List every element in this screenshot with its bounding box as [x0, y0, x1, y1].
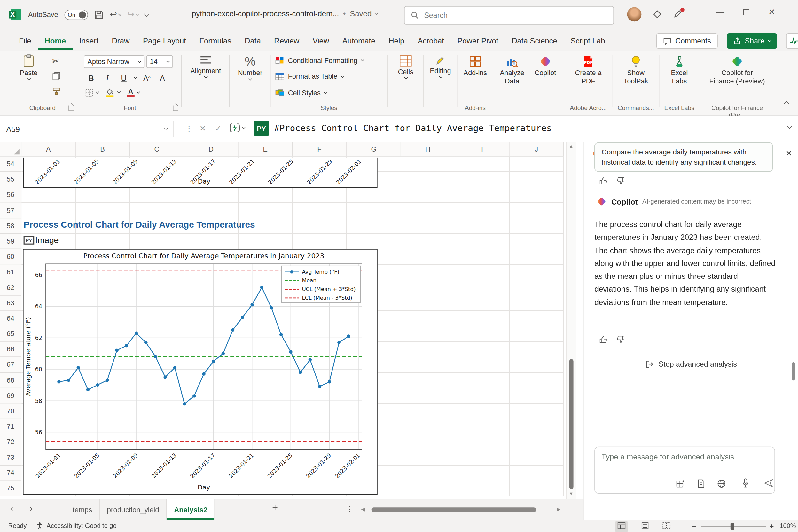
ribbon-tab[interactable]: Acrobat	[411, 32, 451, 50]
row-header[interactable]: 56	[0, 187, 21, 203]
format-as-table-button[interactable]: Format as Table	[275, 73, 344, 80]
saved-status[interactable]: Saved	[350, 9, 372, 18]
ribbon-tab[interactable]: Data Science	[505, 32, 564, 50]
row-header[interactable]: 70	[0, 403, 21, 419]
ribbon-tab[interactable]: File	[12, 32, 38, 50]
ribbon-tab[interactable]: Data	[238, 32, 267, 50]
attach-data-icon[interactable]	[676, 479, 685, 490]
collapse-ribbon-icon[interactable]	[784, 101, 789, 106]
expand-formula-bar-icon[interactable]	[787, 124, 792, 129]
prompt-guide-icon[interactable]	[696, 479, 706, 490]
comments-button[interactable]: Comments	[657, 33, 718, 49]
add-sheet-button[interactable]: +	[272, 502, 278, 513]
zoom-level[interactable]: 100%	[779, 522, 796, 529]
row-header[interactable]: 67	[0, 358, 21, 373]
copilot-ribbon-button[interactable]: Copilot	[531, 55, 559, 77]
horizontal-scroll-thumb[interactable]	[372, 507, 536, 512]
column-header[interactable]: B	[76, 142, 130, 156]
copilot-scroll-thumb[interactable]	[792, 362, 795, 381]
saved-chevron-icon[interactable]	[375, 11, 379, 14]
copy-icon[interactable]	[52, 72, 61, 80]
scroll-down-icon[interactable]: ▼	[569, 491, 573, 496]
ribbon-tab[interactable]: Insert	[73, 32, 105, 50]
row-header[interactable]: 57	[0, 203, 21, 218]
sheet-cells[interactable]: 2023-01-012023-01-052023-01-092023-01-13…	[21, 157, 564, 496]
ribbon-tab[interactable]: View	[306, 32, 336, 50]
number-button[interactable]: % Number	[233, 55, 267, 80]
paste-button[interactable]: Paste	[15, 54, 42, 80]
row-header[interactable]: 59	[0, 234, 21, 249]
font-color-icon[interactable]: A	[127, 89, 135, 97]
hscroll-left-icon[interactable]: ◀	[361, 507, 365, 512]
row-header[interactable]: 74	[0, 466, 21, 481]
create-pdf-button[interactable]: PDF Create a PDF	[570, 55, 607, 86]
editing-button[interactable]: Editing	[426, 55, 455, 78]
zoom-out-button[interactable]: −	[691, 522, 696, 530]
cell-a59-image-label[interactable]: PY Image	[24, 235, 59, 245]
font-name-combo[interactable]: Aptos Narrow	[84, 55, 144, 68]
fill-color-icon[interactable]	[106, 88, 115, 97]
column-header[interactable]: G	[347, 142, 401, 156]
page-layout-view-button[interactable]	[641, 522, 649, 531]
row-header[interactable]: 71	[0, 419, 21, 435]
ribbon-tab[interactable]: Help	[382, 32, 411, 50]
analyze-data-button[interactable]: Analyze Data	[496, 55, 528, 86]
diamond-badge-icon[interactable]	[653, 10, 662, 19]
autosave-toggle[interactable]: On	[64, 10, 88, 20]
grow-font-button[interactable]: A^	[141, 72, 153, 84]
ribbon-tab[interactable]: Draw	[105, 32, 136, 50]
sheet-tab[interactable]: temps	[65, 499, 100, 520]
hscroll-right-icon[interactable]: ▶	[557, 507, 560, 512]
font-dialog-launcher[interactable]	[173, 106, 178, 111]
row-header[interactable]: 60	[0, 249, 21, 264]
quick-access-chevron-icon[interactable]	[144, 11, 149, 16]
message-thumbs-down-button[interactable]	[615, 334, 626, 345]
format-painter-icon[interactable]	[52, 87, 61, 96]
insert-function-button[interactable]	[229, 123, 245, 133]
stop-advanced-analysis-button[interactable]: Stop advanced analysis	[584, 360, 798, 368]
avatar[interactable]	[627, 7, 642, 21]
normal-view-button[interactable]	[615, 521, 628, 532]
fill-color-chevron-icon[interactable]	[117, 90, 120, 94]
microphone-icon[interactable]	[741, 478, 750, 490]
ribbon-tab[interactable]: Page Layout	[136, 32, 192, 50]
italic-button[interactable]: I	[101, 72, 114, 84]
enter-entry-icon[interactable]: ✓	[215, 124, 221, 133]
formula-bar-drag-icon[interactable]: ⋮	[185, 124, 193, 133]
conditional-formatting-button[interactable]: Conditional Formatting	[275, 56, 364, 64]
redo-button[interactable]: ↪	[127, 9, 139, 20]
column-header[interactable]: C	[130, 142, 184, 156]
name-box[interactable]: A59	[0, 121, 174, 137]
cut-icon[interactable]: ✂	[52, 56, 59, 66]
column-header[interactable]: A	[21, 142, 76, 156]
save-icon[interactable]	[94, 10, 103, 19]
row-header[interactable]: 61	[0, 265, 21, 280]
column-header[interactable]: F	[292, 142, 347, 156]
excel-app-icon[interactable]: X	[8, 8, 22, 21]
column-header[interactable]: D	[184, 142, 239, 156]
borders-icon[interactable]	[85, 88, 94, 97]
share-button[interactable]: Share	[727, 33, 777, 49]
row-header[interactable]: 62	[0, 280, 21, 296]
column-header[interactable]: E	[239, 142, 293, 156]
row-header[interactable]: 69	[0, 388, 21, 403]
ribbon-tab[interactable]: Automate	[336, 32, 382, 50]
ribbon-tab[interactable]: Review	[268, 32, 306, 50]
font-color-chevron-icon[interactable]	[136, 90, 140, 94]
scroll-up-icon[interactable]: ▲	[569, 144, 573, 149]
borders-chevron-icon[interactable]	[96, 90, 99, 94]
row-header[interactable]: 72	[0, 435, 21, 450]
alignment-button[interactable]: Alignment	[187, 55, 224, 78]
clipboard-dialog-launcher[interactable]	[69, 106, 74, 111]
ribbon-tab[interactable]: Home	[38, 32, 73, 50]
ink-pen-icon[interactable]	[673, 9, 683, 20]
row-header[interactable]: 55	[0, 172, 21, 187]
send-icon[interactable]	[764, 478, 774, 490]
embedded-chart-image[interactable]: 5658606264662023-01-012023-01-052023-01-…	[23, 249, 378, 495]
show-toolpak-button[interactable]: Show ToolPak	[618, 55, 654, 86]
row-header[interactable]: 58	[0, 218, 21, 234]
sheet-nav-next-icon[interactable]: ›	[30, 503, 33, 514]
row-header[interactable]: 68	[0, 373, 21, 388]
ribbon-tab[interactable]: Power Pivot	[451, 32, 505, 50]
bold-button[interactable]: B	[85, 72, 97, 84]
